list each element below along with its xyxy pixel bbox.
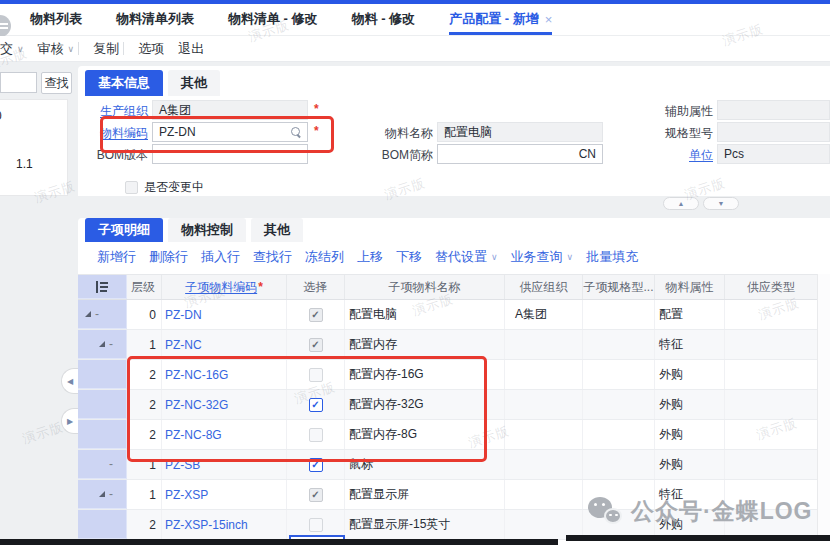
tree-cell[interactable]: - (78, 420, 127, 449)
spec-cell[interactable] (583, 420, 655, 449)
collapse-dash-icon[interactable]: - (109, 457, 113, 471)
table-row[interactable]: - 2 PZ-NC-32G 配置内存-32G 外购 (78, 390, 818, 420)
spec-cell[interactable] (583, 450, 655, 479)
changing-checkbox[interactable] (125, 181, 138, 194)
material-code-input[interactable]: PZ-DN (152, 122, 308, 142)
supply-column-header[interactable]: 供应类型 (725, 275, 817, 299)
window-tab[interactable]: 物料清单列表 (116, 4, 194, 35)
supply-cell[interactable] (725, 450, 817, 479)
expand-icon[interactable] (99, 341, 105, 347)
name-cell[interactable]: 配置内存-16G (345, 360, 505, 389)
level-cell[interactable]: 2 (127, 420, 162, 449)
tree-node[interactable]: 1.1 (16, 157, 33, 171)
window-tab[interactable]: 物料列表 (30, 4, 82, 35)
supply-cell[interactable] (725, 330, 817, 359)
tree-cell[interactable]: - (78, 480, 127, 509)
table-row[interactable]: - 1 PZ-SB 鼠标 外购 (78, 450, 818, 480)
level-cell[interactable]: 2 (127, 360, 162, 389)
level-cell[interactable]: 1 (127, 330, 162, 359)
tree-cell[interactable]: - (78, 390, 127, 419)
form-tab[interactable]: 基本信息 (85, 70, 163, 96)
attr-cell[interactable]: 特征 (655, 480, 725, 509)
spec-cell[interactable] (583, 330, 655, 359)
material-code-label[interactable]: 物料编码 (86, 125, 148, 142)
tree-cell[interactable]: - (78, 330, 127, 359)
bom-short-input[interactable]: CN (437, 144, 603, 164)
grid-action-button[interactable]: 冻结列 (305, 248, 344, 266)
prod-org-label[interactable]: 生产组织 (86, 103, 148, 120)
grid-action-button[interactable]: 业务查询 ∨ (511, 248, 574, 266)
spec-column-header[interactable]: 子项规格型... (583, 275, 655, 299)
table-row[interactable]: - 2 PZ-NC-8G 配置内存-8G 外购 (78, 420, 818, 450)
spec-cell[interactable] (583, 360, 655, 389)
code-cell[interactable]: PZ-XSP-15inch (162, 510, 287, 539)
attr-column-header[interactable]: 物料属性 (655, 275, 725, 299)
org-cell[interactable]: A集团 (505, 300, 583, 329)
level-cell[interactable]: 1 (127, 450, 162, 479)
collapse-up-button[interactable]: ▲ (663, 197, 699, 210)
select-cell[interactable] (287, 480, 345, 509)
row-checkbox[interactable] (309, 428, 323, 442)
attr-cell[interactable]: 配置 (655, 300, 725, 329)
attr-cell[interactable]: 外购 (655, 420, 725, 449)
tree-cell[interactable]: - (78, 300, 127, 329)
attr-cell[interactable]: 外购 (655, 390, 725, 419)
name-column-header[interactable]: 子项物料名称 (345, 275, 505, 299)
spec-cell[interactable] (583, 300, 655, 329)
grid-action-button[interactable]: 批量填充 (586, 248, 638, 266)
grid-action-button[interactable]: 上移 (357, 248, 383, 266)
attr-cell[interactable]: 特征 (655, 330, 725, 359)
expand-icon[interactable] (85, 311, 91, 317)
select-cell[interactable] (287, 330, 345, 359)
table-row[interactable]: - 2 PZ-NC-16G 配置内存-16G 外购 (78, 360, 818, 390)
grid-action-button[interactable]: 查找行 (253, 248, 292, 266)
level-cell[interactable]: 1 (127, 480, 162, 509)
select-cell[interactable] (287, 450, 345, 479)
toolbar-button[interactable]: 审核 ∨ (38, 40, 80, 58)
select-column-header[interactable]: 选择 (287, 275, 345, 299)
row-checkbox[interactable] (309, 368, 323, 382)
name-cell[interactable]: 鼠标 (345, 450, 505, 479)
form-tab[interactable]: 其他 (168, 70, 220, 96)
name-cell[interactable]: 配置显示屏-15英寸 (345, 510, 505, 539)
attr-cell[interactable]: 外购 (655, 450, 725, 479)
tree-cell[interactable]: - (78, 510, 127, 539)
org-cell[interactable] (505, 360, 583, 389)
supply-cell[interactable] (725, 360, 817, 389)
supply-cell[interactable] (725, 390, 817, 419)
select-cell[interactable] (287, 300, 345, 329)
row-checkbox[interactable] (309, 458, 323, 472)
detail-tab[interactable]: 子项明细 (85, 218, 163, 242)
menu-icon[interactable] (0, 15, 11, 37)
row-checkbox[interactable] (309, 308, 323, 322)
table-row[interactable]: - 1 PZ-XSP 配置显示屏 特征 (78, 480, 818, 510)
unit-label[interactable]: 单位 (651, 147, 713, 164)
search-icon[interactable] (291, 127, 301, 137)
grid-action-button[interactable]: 下移 (396, 248, 422, 266)
grid-action-button[interactable]: 插入行 (201, 248, 240, 266)
detail-tab[interactable]: 物料控制 (168, 218, 246, 242)
table-row[interactable]: - 1 PZ-NC 配置内存 特征 (78, 330, 818, 360)
row-checkbox[interactable] (309, 518, 323, 532)
table-row[interactable]: - 0 PZ-DN 配置电脑 A集团 配置 (78, 300, 818, 330)
org-cell[interactable] (505, 390, 583, 419)
code-cell[interactable]: PZ-XSP (162, 480, 287, 509)
splitter-expand-right-icon[interactable]: ▶ (61, 408, 78, 434)
detail-tab[interactable]: 其他 (251, 218, 303, 242)
name-cell[interactable]: 配置显示屏 (345, 480, 505, 509)
expand-icon[interactable] (99, 491, 105, 497)
collapse-dash-icon[interactable]: - (109, 337, 113, 351)
select-cell[interactable] (287, 390, 345, 419)
name-cell[interactable]: 配置内存-8G (345, 420, 505, 449)
select-cell[interactable] (287, 420, 345, 449)
row-checkbox[interactable] (309, 488, 323, 502)
collapse-dash-icon[interactable]: - (109, 487, 113, 501)
row-checkbox[interactable] (309, 338, 323, 352)
collapse-dash-icon[interactable]: - (95, 307, 99, 321)
grid-action-button[interactable]: 替代设置 ∨ (435, 248, 498, 266)
code-cell[interactable]: PZ-NC-32G (162, 390, 287, 419)
level-cell[interactable]: 0 (127, 300, 162, 329)
supply-cell[interactable] (725, 420, 817, 449)
toolbar-button[interactable]: 复制 (93, 40, 124, 58)
org-cell[interactable] (505, 450, 583, 479)
